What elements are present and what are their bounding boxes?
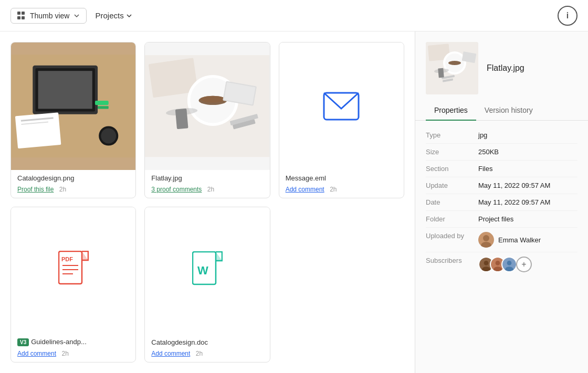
svg-point-37 [448, 61, 461, 65]
uploader-info: Emma Walker [478, 232, 578, 248]
file-time: 2h [62, 350, 69, 357]
tab-properties[interactable]: Properties [426, 101, 476, 121]
file-info: Flatlay.jpg 3 proof comments 2h [145, 170, 269, 198]
file-info: Message.eml Add comment 2h [279, 170, 404, 198]
subscribers-avatars: + [478, 257, 578, 272]
email-icon [323, 92, 360, 121]
prop-type: Type jpg [426, 127, 578, 144]
prop-type-val: jpg [478, 131, 578, 139]
file-time: 2h [207, 186, 214, 193]
svg-text:W: W [197, 264, 208, 277]
prop-section: Section Files [426, 161, 578, 177]
svg-point-8 [101, 129, 116, 144]
sidebar-file-header: Flatlay.jpg [415, 31, 588, 101]
chevron-down-icon [74, 13, 80, 19]
file-card-catalogdesign-doc: W Catalogdesign.doc Add comment 2h [144, 207, 270, 363]
svg-point-53 [507, 261, 512, 265]
svg-point-50 [496, 261, 500, 265]
catalog-thumbnail [11, 42, 135, 170]
prop-type-key: Type [426, 131, 478, 139]
svg-marker-31 [216, 252, 222, 261]
sidebar: Flatlay.jpg Properties Version history T… [415, 31, 588, 373]
prop-subscribers-key: Subscribers [426, 257, 478, 264]
file-time: 2h [59, 186, 66, 193]
prop-date-key: Date [426, 198, 478, 206]
tab-version-history[interactable]: Version history [476, 101, 541, 121]
file-thumbnail [145, 42, 269, 170]
thumb-view-label: Thumb view [30, 12, 69, 20]
svg-rect-3 [38, 71, 92, 109]
sidebar-filename: Flatlay.jpg [487, 63, 524, 73]
file-name: Catalogdesign.png [17, 174, 129, 182]
info-button[interactable]: i [558, 6, 578, 26]
sidebar-tabs: Properties Version history [415, 101, 588, 121]
file-action-row: Proof this file 2h [17, 184, 129, 194]
add-comment-link[interactable]: Add comment [286, 186, 324, 193]
files-grid: Catalogdesign.png Proof this file 2h [0, 31, 415, 373]
file-action-row: 3 proof comments 2h [151, 184, 263, 194]
prop-date: Date May 11, 2022 09:57 AM [426, 194, 578, 211]
file-info: V3Guidelines-andp... Add comment 2h [11, 334, 135, 362]
file-thumbnail: W [145, 207, 269, 335]
add-comment-link[interactable]: Add comment [17, 350, 56, 357]
file-info: Catalogdesign.doc Add comment 2h [145, 334, 269, 362]
thumb-view-button[interactable]: Thumb view [10, 8, 87, 24]
add-comment-link[interactable]: Add comment [151, 350, 190, 357]
prop-date-val: May 11, 2022 09:57 AM [478, 198, 578, 206]
prop-update-key: Update [426, 182, 478, 189]
svg-rect-9 [95, 101, 109, 105]
prop-update-val: May 11, 2022 09:57 AM [478, 182, 578, 189]
subscriber-avatar-3 [501, 257, 517, 272]
svg-point-47 [484, 261, 489, 265]
avatar-image [478, 232, 494, 248]
prop-size-val: 250KB [478, 148, 578, 156]
prop-size: Size 250KB [426, 144, 578, 161]
properties-table: Type jpg Size 250KB Section Files Update… [415, 121, 588, 283]
prop-section-val: Files [478, 165, 578, 173]
prop-size-key: Size [426, 148, 478, 156]
file-action-row: Add comment 2h [17, 348, 129, 358]
file-name: Message.eml [286, 174, 397, 182]
sidebar-thumb-image [426, 42, 478, 94]
uploader-name: Emma Walker [498, 236, 578, 244]
projects-button[interactable]: Projects [95, 11, 132, 20]
svg-point-48 [482, 267, 490, 272]
flatlay-image [145, 42, 269, 170]
prop-folder-val: Project files [478, 215, 578, 223]
prop-uploaded-by: Uploaded by Emma Walker [426, 228, 578, 252]
svg-point-16 [201, 96, 225, 103]
prop-folder-key: Folder [426, 215, 478, 223]
prop-subscribers: Subscribers [426, 252, 578, 276]
file-card-message-eml: Message.eml Add comment 2h [279, 42, 404, 198]
pdf-icon: PDF [58, 251, 89, 290]
avatar-image [502, 257, 516, 272]
file-card-guidelines-pdf: PDF V3Guidelines-andp... Add comment 2h [10, 207, 136, 363]
svg-marker-25 [82, 251, 88, 260]
file-action-row: Add comment 2h [286, 184, 397, 194]
prop-update: Update May 11, 2022 09:57 AM [426, 177, 578, 194]
catalog-image [11, 42, 135, 170]
file-card-flatlay-jpg: Flatlay.jpg 3 proof comments 2h [144, 42, 270, 198]
sidebar-thumbnail [426, 42, 478, 94]
file-info: Catalogdesign.png Proof this file 2h [11, 170, 135, 198]
file-time: 2h [330, 186, 337, 193]
header: Thumb view Projects i [0, 0, 588, 31]
proof-file-link[interactable]: Proof this file [17, 186, 54, 193]
file-name: Flatlay.jpg [151, 174, 263, 182]
proof-comments-link[interactable]: 3 proof comments [151, 186, 202, 193]
version-badge: V3 [17, 338, 29, 346]
svg-point-54 [505, 267, 513, 272]
svg-point-44 [483, 235, 489, 241]
svg-point-51 [494, 267, 502, 272]
prop-section-key: Section [426, 165, 478, 173]
grid-icon [17, 12, 26, 20]
file-action-row: Add comment 2h [151, 348, 263, 358]
file-name: Catalogdesign.doc [151, 338, 263, 346]
main: Catalogdesign.png Proof this file 2h [0, 31, 588, 373]
file-card-catalogdesign-png: Catalogdesign.png Proof this file 2h [10, 42, 136, 198]
prop-uploaded-key: Uploaded by [426, 232, 478, 240]
file-time: 2h [196, 350, 203, 357]
uploader-avatar [478, 232, 494, 248]
chevron-down-icon [126, 13, 132, 19]
add-subscriber-button[interactable]: + [516, 257, 532, 272]
